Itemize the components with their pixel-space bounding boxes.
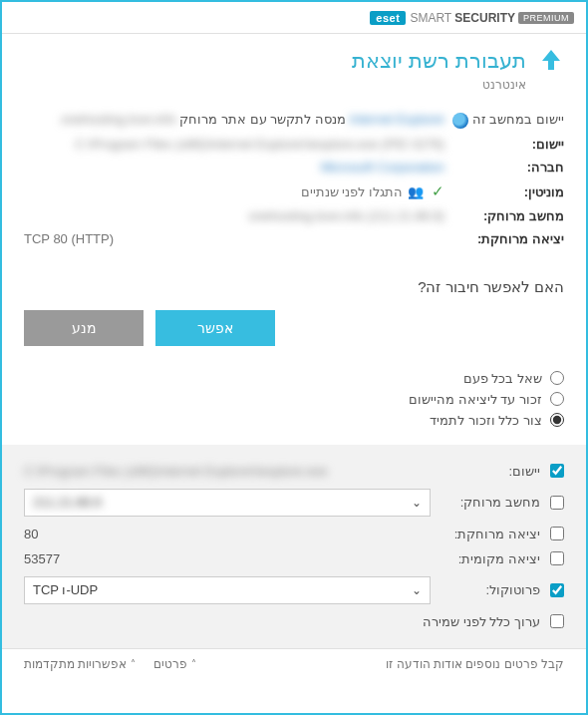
value-remote-host: onehosting.love.info (211.21.88.8) bbox=[24, 208, 444, 223]
chevron-up-icon: ˄ bbox=[191, 658, 196, 669]
rule-app-checkbox[interactable] bbox=[550, 464, 564, 478]
info-app-line: יישום במחשב זה Internet Explorer מנסה לת… bbox=[61, 112, 564, 129]
checkmark-icon: ✓ bbox=[432, 182, 444, 199]
connection-info: יישום במחשב זה Internet Explorer מנסה לת… bbox=[2, 104, 586, 260]
chevron-down-icon: ⌄ bbox=[412, 496, 422, 510]
question-text: האם לאפשר חיבור זה? bbox=[2, 260, 586, 310]
radio-create-rule-input[interactable] bbox=[550, 413, 564, 427]
rule-protocol-checkbox[interactable] bbox=[550, 583, 564, 597]
value-company: Microsoft Corporation bbox=[24, 160, 444, 175]
label-application: יישום: bbox=[454, 137, 564, 152]
footer-advanced-link[interactable]: ˄אפשרויות מתקדמות bbox=[24, 657, 136, 671]
rule-label-remote-port: יציאה מרוחקת: bbox=[441, 527, 540, 541]
label-remote-port: יציאה מרוחקת: bbox=[454, 231, 564, 246]
value-reputation: ✓ 👥 התגלו לפני שנתיים bbox=[24, 182, 444, 200]
chevron-down-icon: ⌄ bbox=[412, 583, 422, 597]
label-remote-host: מחשב מרוחק: bbox=[454, 208, 564, 223]
ie-icon bbox=[452, 113, 468, 129]
rule-value-remote-port: 80 bbox=[24, 527, 431, 541]
rule-remote-host-select[interactable]: 211.21.88.8 ⌄ bbox=[24, 489, 431, 517]
radio-ask-input[interactable] bbox=[550, 371, 564, 385]
radio-create-rule[interactable]: צור כלל וזכור לתמיד bbox=[24, 410, 564, 431]
app-header: eset SMART SECURITY PREMIUM bbox=[2, 2, 586, 34]
people-icon: 👥 bbox=[408, 184, 424, 199]
footer-details-link[interactable]: ˄פרטים bbox=[153, 657, 196, 671]
chevron-up-icon: ˄ bbox=[131, 658, 136, 669]
radio-ask-every-time[interactable]: שאל בכל פעם bbox=[24, 368, 564, 389]
brand-logo: eset bbox=[370, 11, 406, 25]
radio-remember-input[interactable] bbox=[550, 392, 564, 406]
rule-value-local-port: 53577 bbox=[24, 551, 431, 566]
rule-details-section: יישום: C:\Program Files (x86)\Internet E… bbox=[2, 445, 586, 648]
label-reputation: מוניטין: bbox=[454, 184, 564, 199]
page-subtitle: אינטרנט bbox=[2, 78, 586, 104]
rule-label-app: יישום: bbox=[441, 464, 540, 479]
rule-local-port-checkbox[interactable] bbox=[550, 551, 564, 565]
rule-remote-port-checkbox[interactable] bbox=[550, 527, 564, 540]
deny-button[interactable]: מנע bbox=[24, 310, 144, 346]
page-title: תעבורת רשת יוצאת bbox=[352, 49, 526, 73]
rule-label-protocol: פרוטוקול: bbox=[441, 582, 540, 597]
label-company: חברה: bbox=[454, 160, 564, 175]
rule-label-edit: ערוך כלל לפני שמירה bbox=[423, 614, 540, 629]
rule-value-app: C:\Program Files (x86)\Internet Explorer… bbox=[24, 464, 431, 479]
radio-remember-until-exit[interactable]: זכור עד ליציאה מהיישום bbox=[24, 389, 564, 410]
rule-label-remote-host: מחשב מרוחק: bbox=[441, 495, 540, 510]
outbound-arrow-icon bbox=[538, 48, 564, 74]
value-remote-port: TCP 80 (HTTP) bbox=[24, 231, 444, 246]
value-application: (PID 3276) C:\Program Files (x86)\Intern… bbox=[24, 137, 444, 152]
rule-label-local-port: יציאה מקומית: bbox=[441, 551, 540, 566]
rule-edit-before-save-checkbox[interactable] bbox=[550, 614, 564, 628]
allow-button[interactable]: אפשר bbox=[155, 310, 275, 346]
rule-protocol-select[interactable]: TCP ו-UDP ⌄ bbox=[24, 576, 431, 604]
rule-remote-host-checkbox[interactable] bbox=[550, 496, 564, 510]
footer-more-info-link[interactable]: קבל פרטים נוספים אודות הודעה זו bbox=[386, 657, 564, 671]
remember-options: שאל בכל פעם זכור עד ליציאה מהיישום צור כ… bbox=[2, 364, 586, 445]
premium-badge: PREMIUM bbox=[518, 12, 574, 24]
product-name: SMART SECURITY bbox=[410, 11, 515, 25]
